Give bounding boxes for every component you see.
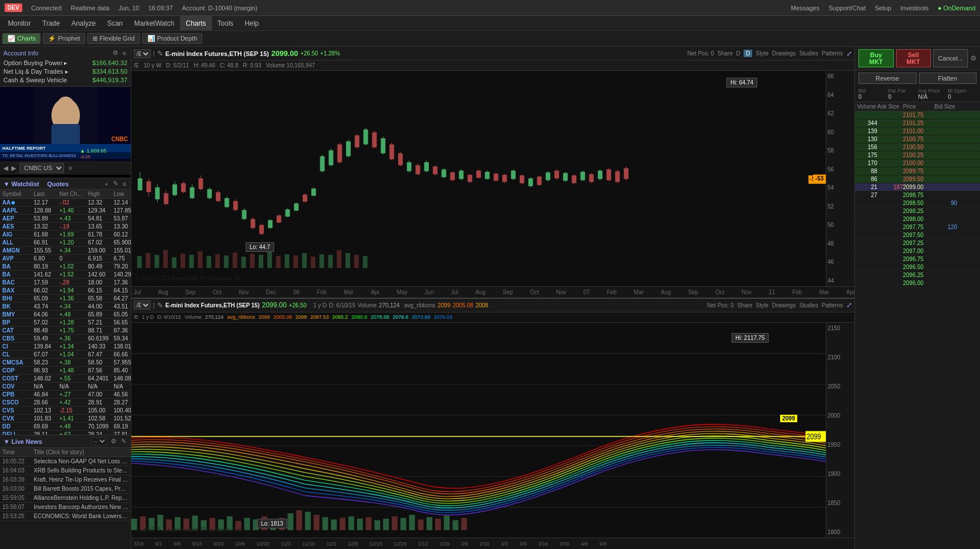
reverse-button[interactable]: Reverse: [858, 73, 917, 84]
orderbook-row[interactable]: 344 2101.25: [855, 119, 980, 127]
chart2-pencil-btn[interactable]: ✎: [157, 301, 163, 310]
chart1-studies-btn[interactable]: Studies: [799, 50, 818, 57]
orderbook-row[interactable]: 2097.50: [855, 231, 980, 239]
account-info-menu[interactable]: ≡: [122, 49, 127, 57]
orderbook-row[interactable]: 2096.50: [855, 263, 980, 271]
watchlist-row[interactable]: AMGN 155.55 +.34 159.00 155.01: [0, 247, 131, 255]
tab-quotes[interactable]: Quotes: [47, 181, 69, 187]
watchlist-row[interactable]: AVP 6.80 0 6.915 6.75: [0, 255, 131, 263]
orderbook-row[interactable]: 2096.25: [855, 271, 980, 279]
news-row[interactable]: 15:53:25 ECONOMICS: World Bank Lowers 20…: [0, 512, 131, 521]
chart2-studies-btn[interactable]: Studies: [799, 302, 818, 308]
orderbook-row[interactable]: 2096.00: [855, 279, 980, 287]
chart2-share-btn[interactable]: Share: [737, 302, 753, 308]
news-filter[interactable]: --: [91, 437, 107, 446]
chart2-canvas[interactable]: © 2015 © TD Ameritrade IP Company, Inc. …: [131, 323, 826, 538]
sell-mkt-button[interactable]: Sell MKT: [896, 49, 931, 67]
watchlist-row[interactable]: BAX 66.02 +1.94 66.15 64.15: [0, 287, 131, 295]
support-btn[interactable]: Support/Chat: [829, 5, 866, 11]
watchlist-row[interactable]: CBS 59.49 +.36 60.6199 59.34: [0, 335, 131, 343]
news-row[interactable]: 16:04:03 XRB Sells Building Products to …: [0, 466, 131, 475]
charts-toolbar-btn[interactable]: 📈 Charts: [2, 33, 41, 44]
on-demand-btn[interactable]: ● OnDemand: [938, 5, 975, 11]
watchlist-row[interactable]: CMCSA 58.23 +.38 58.50 57.955: [0, 359, 131, 367]
watchlist-row[interactable]: AA 12.17 -.02 12.32 12.14: [0, 199, 131, 207]
orderbook-row[interactable]: 2101.75: [855, 111, 980, 119]
watchlist-row[interactable]: BP 57.02 +1.28 57.21 56.65: [0, 319, 131, 327]
nav-charts[interactable]: Charts: [180, 16, 211, 30]
nav-marketwatch[interactable]: MarketWatch: [128, 16, 180, 30]
chart2-drawings-btn[interactable]: Drawings: [772, 302, 796, 308]
cancel-button[interactable]: Cancel...: [933, 49, 968, 67]
tv-next-btn[interactable]: ▶: [11, 165, 16, 172]
watchlist-row[interactable]: CVS 102.13 -2.15 105.00 100.40: [0, 407, 131, 415]
watchlist-row[interactable]: BA 141.62 +1.52 142.60 140.29: [0, 271, 131, 279]
settings-button[interactable]: ⚙: [970, 49, 977, 67]
watchlist-add-btn[interactable]: +: [103, 180, 109, 187]
watchlist-row[interactable]: BA 80.19 +1.02 80.49 79.20: [0, 263, 131, 271]
chart1-share-btn[interactable]: Share: [717, 50, 733, 57]
news-row[interactable]: 16:03:39 Kraft, Heinz Tie-Up Receives Fi…: [0, 475, 131, 484]
news-settings-btn[interactable]: ⚙: [110, 437, 118, 446]
chart1-patterns-btn[interactable]: Patterns: [822, 50, 843, 57]
messages-btn[interactable]: Messages: [791, 5, 820, 11]
watchlist-row[interactable]: AAPL 128.88 +1.46 129.34 127.85: [0, 207, 131, 215]
orderbook-row[interactable]: 2097.25: [855, 239, 980, 247]
orderbook-row[interactable]: 2098.00: [855, 215, 980, 223]
chart1-pencil-btn[interactable]: ✎: [157, 49, 163, 58]
account-info-settings[interactable]: ⚙: [111, 49, 119, 57]
prophet-toolbar-btn[interactable]: ⚡ Prophet: [43, 33, 85, 44]
tab-watchlist[interactable]: ▼ Watchlist: [3, 181, 39, 187]
product-depth-btn[interactable]: 📊 Product Depth: [142, 33, 202, 44]
watchlist-row[interactable]: CI 139.84 +1.34 140.33 138.01: [0, 343, 131, 351]
orderbook-row[interactable]: 156 2100.50: [855, 143, 980, 151]
chart1-d-active-btn[interactable]: D: [744, 50, 752, 57]
flatten-button[interactable]: Flatten: [919, 73, 977, 84]
chart1-drawings-btn[interactable]: Drawings: [772, 50, 796, 57]
chart2-symbol-select[interactable]: /E: [134, 300, 151, 310]
watchlist-row[interactable]: BMY 64.06 +.48 65.89 65.05: [0, 311, 131, 319]
orderbook-row[interactable]: 139 2101.00: [855, 127, 980, 135]
orderbook-row[interactable]: 86 2099.50: [855, 175, 980, 183]
orderbook-row[interactable]: 130 2100.75: [855, 135, 980, 143]
nav-tools[interactable]: Tools: [212, 16, 239, 30]
chart2-expand-btn[interactable]: ⤢: [846, 301, 852, 309]
news-row[interactable]: 15:56:07 Investors Bancorp Authorizes Ne…: [0, 503, 131, 512]
chart1-canvas[interactable]: © 2015 © TD Ameritrade IP Company, Inc. …: [131, 71, 826, 286]
news-row[interactable]: 15:59:05 AllianceBernstein Holding L.P. …: [0, 494, 131, 503]
orderbook-row[interactable]: 2097.00: [855, 247, 980, 255]
orderbook-row[interactable]: 21 187 2099.00: [855, 183, 980, 191]
watchlist-row[interactable]: CAT 88.48 +1.75 88.71 87.36: [0, 327, 131, 335]
flexible-grid-btn[interactable]: ⊞ Flexible Grid: [87, 33, 140, 44]
investools-btn[interactable]: Investools: [901, 5, 929, 11]
orderbook-row[interactable]: 2098.25: [855, 207, 980, 215]
watchlist-row[interactable]: CSCO 28.66 +.42 28.91 28.27: [0, 399, 131, 407]
orderbook-row[interactable]: 2097.75 120: [855, 223, 980, 231]
watchlist-row[interactable]: DD 69.69 +.48 70.1099 69.19: [0, 423, 131, 431]
chart1-symbol-select[interactable]: /E: [134, 49, 151, 58]
orderbook-row[interactable]: 170 2100.00: [855, 159, 980, 167]
watchlist-row[interactable]: COP 86.93 +1.48 87.56 85.40: [0, 367, 131, 375]
watchlist-row[interactable]: BAC 17.59 -.28 18.00 17.36: [0, 279, 131, 287]
tv-prev-btn[interactable]: ◀: [3, 165, 8, 172]
channel-selector[interactable]: CNBC US: [19, 163, 64, 173]
watchlist-row[interactable]: CL 67.07 +1.04 67.47 66.66: [0, 351, 131, 359]
chart2-patterns-btn[interactable]: Patterns: [822, 302, 843, 308]
watchlist-row[interactable]: COST 148.02 +.55 64.2401 148.08: [0, 375, 131, 383]
watchlist-row[interactable]: CVX 101.83 +1.41 102.58 101.52: [0, 415, 131, 423]
watchlist-row[interactable]: COV N/A N/A N/A N/A: [0, 383, 131, 391]
buy-mkt-button[interactable]: Buy MKT: [858, 49, 894, 67]
watchlist-row[interactable]: ALL 66.91 +1.20 67.02 65.9001: [0, 239, 131, 247]
watchlist-row[interactable]: DELL 28.11 +.62 28.24 27.81: [0, 431, 131, 435]
orderbook-row[interactable]: 175 2100.25: [855, 151, 980, 159]
watchlist-row[interactable]: CPB 46.84 +.27 47.00 46.56: [0, 391, 131, 399]
nav-trade[interactable]: Trade: [37, 16, 66, 30]
news-row[interactable]: 16:05:22 Selectica Non-GAAP Q4 Net Loss …: [0, 457, 131, 466]
chart1-style-btn[interactable]: Style: [756, 50, 768, 57]
orderbook-row[interactable]: 27 2098.75: [855, 191, 980, 199]
news-edit-btn[interactable]: ✎: [120, 437, 127, 446]
nav-scan[interactable]: Scan: [102, 16, 128, 30]
nav-analyze[interactable]: Analyze: [66, 16, 102, 30]
watchlist-row[interactable]: AES 13.32 -.19 13.65 13.30: [0, 223, 131, 231]
watchlist-row[interactable]: AIG 61.68 +1.69 61.78 60.12: [0, 231, 131, 239]
